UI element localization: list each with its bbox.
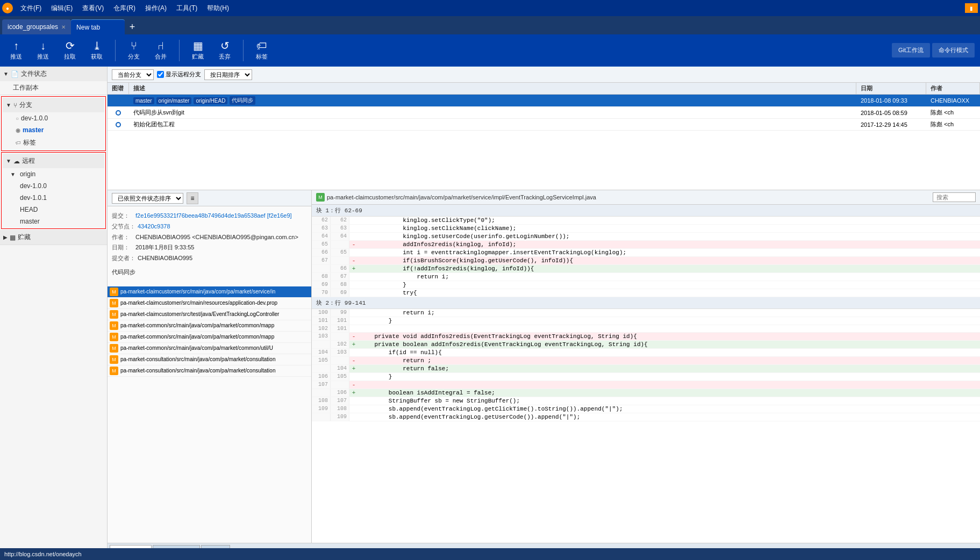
linenum-r-s1-9: 69 xyxy=(331,289,349,297)
content: 当前分支 显示远程分支 按日期排序 图谱 描述 日期 作者 xyxy=(108,67,980,560)
graph-dot-1 xyxy=(116,110,121,116)
linenum-r-s1-6: 66 xyxy=(331,265,349,272)
file-item-5[interactable]: M pa-market-common/src/main/java/com/pa/… xyxy=(108,343,311,354)
sidebar-item-dev-100[interactable]: ○ dev-1.0.0 xyxy=(3,112,104,124)
menu-file[interactable]: 文件(F) xyxy=(16,3,46,14)
sidebar-item-origin-head[interactable]: HEAD xyxy=(3,204,104,216)
diff-file-icon: M xyxy=(316,193,325,202)
file-item-1[interactable]: M pa-market-claimcustomer/src/main/resou… xyxy=(108,298,311,309)
toolbar-fetch[interactable]: ⟳ 拉取 xyxy=(59,38,81,63)
file-icon-4: M xyxy=(110,333,118,341)
sidebar-item-work-copy[interactable]: 工作副本 xyxy=(0,81,107,95)
diff-row-s1-5: 67 - if(isBrushScore(kinglog.getUserCode… xyxy=(312,257,980,265)
toolbar-stash[interactable]: ▦ 贮藏 xyxy=(187,38,209,63)
sidebar-item-tags[interactable]: 🏷 标签 xyxy=(3,136,104,149)
commit-graph-1 xyxy=(108,109,129,117)
commit-row-2[interactable]: 初始化团包工程 2017-12-29 14:45 陈彪 <ch xyxy=(108,119,980,131)
stash-icon: ▦ xyxy=(193,40,203,51)
code-s2-11: StringBuffer sb = new StringBuffer(); xyxy=(358,397,980,405)
linenum-l-s1-5: 67 xyxy=(312,257,331,264)
file-item-0[interactable]: M pa-market-claimcustomer/src/main/java/… xyxy=(108,286,311,298)
marker-s2-6: - xyxy=(349,357,358,364)
sidebar-item-origin[interactable]: ▼ origin xyxy=(3,168,104,180)
commit-author-1: 陈彪 <ch xyxy=(926,107,980,118)
diff-row-s2-1: 101 101 } xyxy=(312,317,980,325)
toolbar-discard[interactable]: ↺ 丢弃 xyxy=(214,38,235,63)
sidebar-header-remote[interactable]: ▼ ☁ 远程 xyxy=(3,154,104,168)
collapse-arrow-stash: ▶ xyxy=(3,234,8,240)
diff-row-s2-9: 107 - xyxy=(312,381,980,389)
linenum-r-s1-1: 63 xyxy=(331,225,349,232)
file-item-4[interactable]: M pa-market-common/src/main/java/com/pa/… xyxy=(108,332,311,343)
commit-text-1: 代码同步从svn到git xyxy=(133,109,184,117)
sort-select[interactable]: 按日期排序 xyxy=(204,69,252,80)
marker-s2-13 xyxy=(349,413,358,421)
origin-dev101-label: dev-1.0.1 xyxy=(20,194,47,202)
file-item-3[interactable]: M pa-market-common/src/main/java/com/pa/… xyxy=(108,320,311,332)
file-item-6[interactable]: M pa-market-consultation/src/main/java/c… xyxy=(108,354,311,365)
maximize-button[interactable]: ▮ xyxy=(965,3,978,13)
linenum-r-s2-0: 99 xyxy=(331,309,349,317)
commit-desc-0: master origin/master origin/HEAD 代码同步 xyxy=(129,95,856,106)
file-item-2[interactable]: M pa-market-claimcustomer/src/test/java/… xyxy=(108,309,311,320)
diff-row-s1-1: 63 63 kinglog.setClickName(clickName); xyxy=(312,225,980,233)
linenum-l-s1-3: 65 xyxy=(312,241,331,248)
toolbar-pull[interactable]: ↓ 推送 xyxy=(32,38,54,63)
tab-new[interactable]: New tab xyxy=(71,19,125,34)
discard-icon: ↺ xyxy=(220,40,230,51)
code-s1-8: } xyxy=(358,281,980,289)
toolbar-tag[interactable]: 🏷 标签 xyxy=(251,38,273,63)
git-workflow-button[interactable]: Git工作流 xyxy=(892,43,930,58)
merge-icon: ⑁ xyxy=(158,40,164,51)
tab-close-icode[interactable]: ✕ xyxy=(61,24,66,30)
menu-action[interactable]: 操作(A) xyxy=(141,3,171,14)
sidebar-header-stash[interactable]: ▶ ▦ 贮藏 xyxy=(0,230,107,245)
file-icon-3: M xyxy=(110,321,118,330)
merge-label: 合并 xyxy=(155,53,167,61)
sidebar-header-branches[interactable]: ▼ ⑂ 分支 xyxy=(3,98,104,112)
meta-author-value: CHENBIAOBIAO995 <CHENBIAOBIAO995@pingan.… xyxy=(135,232,298,243)
menu-view[interactable]: 查看(V) xyxy=(78,3,108,14)
current-branch-select[interactable]: 当前分支 xyxy=(112,69,154,80)
toolbar-merge[interactable]: ⑁ 合并 xyxy=(150,38,171,63)
code-s2-8: } xyxy=(358,373,980,380)
show-remote-checkbox-label: 显示远程分支 xyxy=(157,70,201,78)
menu-help[interactable]: 帮助(H) xyxy=(203,3,233,14)
sidebar-item-origin-dev100[interactable]: dev-1.0.0 xyxy=(3,180,104,192)
origin-master-label: master xyxy=(20,218,40,225)
commit-row-1[interactable]: 代码同步从svn到git 2018-01-05 08:59 陈彪 <ch xyxy=(108,107,980,119)
list-view-button[interactable]: ≡ xyxy=(187,192,198,204)
diff-row-s2-10: 106 + boolean isAddIntegral = false; xyxy=(312,389,980,397)
code-s1-4: int i = eventtrackinglogmapper.insertEve… xyxy=(358,249,980,256)
stash-label: 贮藏 xyxy=(192,53,204,61)
linenum-r-s2-9 xyxy=(331,381,349,389)
diff-search-input[interactable] xyxy=(933,192,976,202)
toolbar-get[interactable]: ⤓ 获取 xyxy=(86,38,108,63)
file-filter-select[interactable]: 已依照文件状态排序 xyxy=(112,193,183,204)
sidebar-item-origin-master[interactable]: master xyxy=(3,216,104,227)
new-tab-button[interactable]: + xyxy=(125,19,140,34)
origin-dev100-label: dev-1.0.0 xyxy=(20,182,47,190)
sidebar-item-master[interactable]: ◉ master xyxy=(3,124,104,136)
sidebar-item-origin-dev101[interactable]: dev-1.0.1 xyxy=(3,192,104,204)
header-graph: 图谱 xyxy=(108,83,129,94)
diff-row-s2-7: 104 + return false; xyxy=(312,365,980,373)
file-status-label: 文件状态 xyxy=(21,69,47,78)
show-remote-checkbox[interactable] xyxy=(157,71,164,78)
linenum-l-s2-12: 109 xyxy=(312,405,331,413)
commit-row-0[interactable]: master origin/master origin/HEAD 代码同步 20… xyxy=(108,95,980,107)
git-cmdline-button[interactable]: 命令行模式 xyxy=(932,43,975,58)
menu-edit[interactable]: 编辑(E) xyxy=(47,3,77,14)
toolbar-branch[interactable]: ⑂ 分支 xyxy=(123,38,145,63)
code-s1-0: kinglog.setClickType("0"); xyxy=(358,217,980,224)
header-author: 作者 xyxy=(926,83,980,94)
menu-tools[interactable]: 工具(T) xyxy=(172,3,202,14)
toolbar-push[interactable]: ↑ 推送 xyxy=(5,38,27,63)
meta-date-row: 日期： 2018年1月8日 9:33:55 xyxy=(112,242,307,253)
menu-repo[interactable]: 仓库(R) xyxy=(109,3,140,14)
sidebar-header-file-status[interactable]: ▼ 📄 文件状态 xyxy=(0,67,107,81)
linenum-r-s2-6 xyxy=(331,357,349,364)
fetch-icon: ⟳ xyxy=(66,40,75,51)
tab-icode[interactable]: icode_groupsales ✕ xyxy=(2,19,71,34)
file-item-7[interactable]: M pa-market-consultation/src/main/java/c… xyxy=(108,365,311,377)
